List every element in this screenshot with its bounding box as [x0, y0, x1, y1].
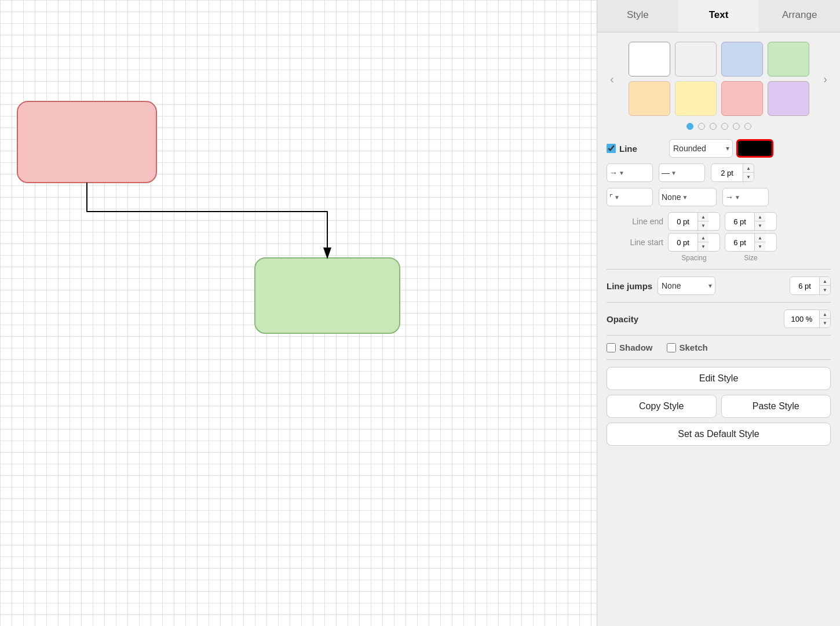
edit-style-button[interactable]: Edit Style — [607, 367, 831, 390]
divider-1 — [607, 269, 831, 270]
canvas-area[interactable] — [0, 0, 597, 626]
line-start-spacing-up[interactable]: ▲ — [698, 234, 708, 242]
tab-text[interactable]: Text — [678, 0, 759, 32]
connection-row1: → ▼ — ▼ ▲ ▼ — [607, 163, 831, 182]
line-jumps-input[interactable] — [790, 277, 819, 294]
arrow-end-icon: → — [725, 192, 733, 202]
weight-down[interactable]: ▼ — [743, 173, 754, 181]
line-jumps-label: Line jumps — [607, 281, 653, 291]
swatches-next[interactable]: › — [820, 70, 831, 88]
line-end-spacing-up[interactable]: ▲ — [698, 213, 708, 221]
col-header-spacing: Spacing — [668, 254, 720, 262]
swatch-4[interactable] — [768, 42, 809, 77]
swatch-5[interactable] — [629, 81, 670, 116]
swatches-prev[interactable]: ‹ — [607, 70, 618, 88]
line-color-button[interactable] — [736, 139, 773, 158]
line-jumps-down[interactable]: ▼ — [820, 286, 830, 294]
connection-chevron: ▼ — [682, 194, 688, 201]
arrow-start-group[interactable]: → ▼ — [607, 163, 653, 182]
sketch-group: Sketch — [667, 343, 708, 352]
dot-6[interactable] — [744, 123, 751, 130]
line-style-chevron: ▼ — [671, 170, 677, 176]
waypoint-chevron: ▼ — [614, 194, 620, 201]
swatch-6[interactable] — [675, 81, 717, 116]
line-start-spacing-input[interactable] — [669, 234, 697, 251]
line-jumps-spinner: ▲ ▼ — [790, 276, 831, 295]
line-end-spacing-input[interactable] — [669, 213, 697, 230]
copy-style-button[interactable]: Copy Style — [607, 395, 717, 418]
swatch-2[interactable] — [675, 42, 717, 77]
waypoint-group[interactable]: ⌜ ▼ — [607, 188, 653, 206]
divider-3 — [607, 335, 831, 336]
dot-5[interactable] — [733, 123, 740, 130]
line-jumps-row: Line jumps None Arc Gap Sharp ▲ ▼ — [607, 276, 831, 295]
tab-style[interactable]: Style — [597, 0, 678, 32]
dot-4[interactable] — [721, 123, 728, 130]
line-checkbox[interactable] — [607, 144, 616, 153]
green-shape[interactable] — [255, 258, 400, 333]
weight-spinner: ▲ ▼ — [711, 163, 754, 182]
opacity-label: Opacity — [607, 314, 780, 324]
opacity-input[interactable] — [784, 310, 819, 327]
paste-style-button[interactable]: Paste Style — [721, 395, 831, 418]
swatch-3[interactable] — [721, 42, 763, 77]
set-default-style-button[interactable]: Set as Default Style — [607, 423, 831, 446]
connection-row2: ⌜ ▼ None ▼ → ▼ — [607, 188, 831, 206]
line-jumps-select[interactable]: None Arc Gap Sharp — [658, 276, 715, 295]
sketch-checkbox[interactable] — [667, 343, 676, 352]
opacity-down[interactable]: ▼ — [820, 319, 830, 327]
swatch-1[interactable] — [629, 42, 670, 77]
opacity-up[interactable]: ▲ — [820, 310, 830, 319]
line-style-select[interactable]: Rounded Sharp Curved — [669, 139, 733, 158]
arrow-end-chevron: ▼ — [735, 194, 740, 201]
connection-label: None — [662, 192, 681, 202]
line-end-spacing-down[interactable]: ▼ — [698, 221, 708, 230]
line-start-size-spinner: ▲ ▼ — [725, 233, 777, 252]
dot-1[interactable] — [686, 123, 693, 130]
weight-spinner-btns: ▲ ▼ — [743, 164, 754, 181]
connector-line[interactable] — [87, 183, 327, 258]
shadow-label[interactable]: Shadow — [619, 343, 653, 352]
weight-up[interactable]: ▲ — [743, 164, 754, 173]
line-row: Line Rounded Sharp Curved — [607, 139, 831, 158]
line-end-size-input[interactable] — [725, 213, 754, 230]
red-shape[interactable] — [17, 101, 156, 183]
swatch-7[interactable] — [721, 81, 763, 116]
weight-input[interactable] — [711, 164, 743, 181]
divider-4 — [607, 359, 831, 360]
sketch-label[interactable]: Sketch — [680, 343, 708, 352]
dots-row — [607, 123, 831, 130]
copy-paste-row: Copy Style Paste Style — [607, 395, 831, 418]
dot-2[interactable] — [698, 123, 705, 130]
col-header-size: Size — [725, 254, 777, 262]
right-panel: Style Text Arrange ‹ › — [597, 0, 840, 626]
line-start-label: Line start — [611, 238, 663, 247]
tab-bar: Style Text Arrange — [597, 0, 840, 32]
swatch-8[interactable] — [768, 81, 809, 116]
arrow-end-group[interactable]: → ▼ — [722, 188, 769, 206]
line-style-wrapper: Rounded Sharp Curved — [669, 139, 733, 158]
line-end-size-spinner: ▲ ▼ — [725, 212, 777, 231]
line-jumps-up[interactable]: ▲ — [820, 277, 830, 286]
tab-arrange[interactable]: Arrange — [759, 0, 840, 32]
shadow-checkbox[interactable] — [607, 343, 616, 352]
line-end-spacing-spinner: ▲ ▼ — [668, 212, 720, 231]
line-end-size-down[interactable]: ▼ — [755, 221, 765, 230]
line-end-size-up[interactable]: ▲ — [755, 213, 765, 221]
line-style-group[interactable]: — ▼ — [659, 163, 705, 182]
line-start-size-input[interactable] — [725, 234, 754, 251]
connection-select-group[interactable]: None ▼ — [659, 188, 717, 206]
line-start-spacing-down[interactable]: ▼ — [698, 242, 708, 251]
canvas-svg — [0, 0, 597, 626]
opacity-row: Opacity ▲ ▼ — [607, 310, 831, 328]
dot-3[interactable] — [710, 123, 717, 130]
waypoint-icon: ⌜ — [609, 193, 613, 202]
line-start-size-up[interactable]: ▲ — [755, 234, 765, 242]
panel-content: ‹ › Line — [597, 32, 840, 626]
line-start-size-down[interactable]: ▼ — [755, 242, 765, 251]
line-label: Line — [619, 144, 666, 154]
swatches-section: ‹ › — [607, 42, 831, 116]
shadow-group: Shadow — [607, 343, 653, 352]
line-style-icon: — — [662, 168, 670, 177]
arrow-start-chevron: ▼ — [619, 170, 624, 176]
